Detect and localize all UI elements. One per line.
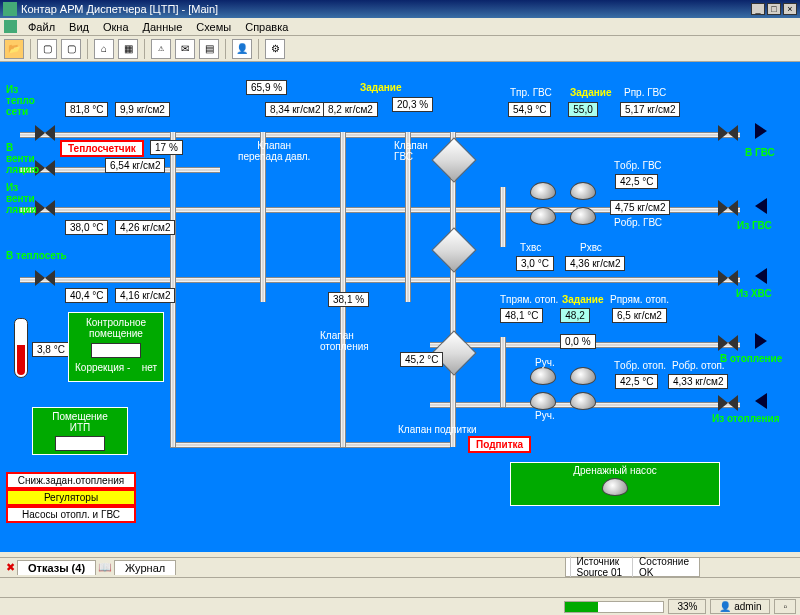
source-status: Источник Source 01 Состояние OK <box>565 557 701 577</box>
label-valve-feed: Клапан подпитки <box>398 424 477 435</box>
value-phvs: 4,36 кг/см2 <box>565 256 625 271</box>
label-to-vent: В венти ляцию <box>6 142 39 175</box>
arrow-right-icon <box>755 123 767 139</box>
value-itp-temp: 28,8 °C <box>55 436 105 451</box>
user-icon: 👤 <box>719 601 731 612</box>
value-dp-pos: 65,9 % <box>246 80 287 95</box>
label-valve-gvs: Клапан ГВС <box>394 140 428 162</box>
label-from-gvs: Из ГВС <box>737 220 772 231</box>
maximize-button[interactable]: □ <box>767 3 781 15</box>
value-p-from-net: 9,9 кг/см2 <box>115 102 170 117</box>
arrow-left-icon <box>755 393 767 409</box>
menu-help[interactable]: Справка <box>239 20 294 34</box>
pump-icon <box>570 207 596 225</box>
value-gvs-pos: 20,3 % <box>392 97 433 112</box>
label-to-heat: В отопление <box>720 353 782 364</box>
pipe <box>20 277 740 283</box>
pumps-button[interactable]: Насосы отопл. и ГВС <box>6 506 136 523</box>
save-icon[interactable]: ▢ <box>61 39 81 59</box>
heat-exchanger-icon <box>431 227 476 272</box>
value-pobr-gvs: 4,75 кг/см2 <box>610 200 670 215</box>
home-icon[interactable]: ⌂ <box>94 39 114 59</box>
setpoint-heat[interactable]: 48,2 <box>560 308 590 323</box>
label-itp: Помещение ИТП <box>33 408 127 433</box>
pump-icon <box>570 392 596 410</box>
valve-icon <box>718 335 738 351</box>
setpoint-gvs[interactable]: 55,0 <box>568 102 598 117</box>
menu-data[interactable]: Данные <box>137 20 189 34</box>
msg-icon[interactable]: ✉ <box>175 39 195 59</box>
label-zad-gvs: Задание <box>570 87 611 98</box>
pump-icon <box>530 392 556 410</box>
value-heat-t: 45,2 °C <box>400 352 443 367</box>
arrow-right-icon <box>755 333 767 349</box>
settings-icon[interactable]: ⚙ <box>265 39 285 59</box>
label-tpr-ot: Tпрям. отоп. <box>500 294 558 305</box>
valve-icon <box>718 125 738 141</box>
app-menu-icon <box>4 20 17 33</box>
drainage-pump-panel: Дренажный насос <box>510 462 720 506</box>
lower-heat-button[interactable]: Сниж.задан.отопления <box>6 472 136 489</box>
heat-meter-button[interactable]: Теплосчетчик <box>60 140 144 157</box>
valve-icon <box>718 200 738 216</box>
label-thvs: Tхвс <box>520 242 541 253</box>
value-p-meter: 6,54 кг/см2 <box>105 158 165 173</box>
menu-file[interactable]: Файл <box>22 20 61 34</box>
minimize-button[interactable]: _ <box>751 3 765 15</box>
value-dp-p2: 8,2 кг/см2 <box>323 102 378 117</box>
value-thvs: 3,0 °C <box>516 256 554 271</box>
label-state: Состояние <box>639 556 689 567</box>
log-bar <box>0 577 800 597</box>
label-zad-ot: Задание <box>562 294 603 305</box>
valve-icon <box>718 270 738 286</box>
label-ruch2: Руч. <box>535 410 555 421</box>
value-dp-p1: 8,34 кг/см2 <box>265 102 325 117</box>
value-t-to-net: 40,4 °C <box>65 288 108 303</box>
value-pct: 0,0 % <box>560 334 596 349</box>
value-ppr-gvs: 5,17 кг/см2 <box>620 102 680 117</box>
value-t-from-vent: 38,0 °C <box>65 220 108 235</box>
pump-icon <box>530 182 556 200</box>
tab-failures[interactable]: Отказы (4) <box>17 560 96 575</box>
status-percent: 33% <box>668 599 706 614</box>
chart-icon[interactable]: ▤ <box>199 39 219 59</box>
pipe <box>340 132 346 447</box>
value-correction: нет <box>142 362 157 373</box>
doc-icon[interactable]: ▢ <box>37 39 57 59</box>
toolbar: 📂 ▢ ▢ ⌂ ▦ ⚠ ✉ ▤ 👤 ⚙ <box>0 36 800 62</box>
label-from-vent: Из венти ляции <box>6 182 37 215</box>
value-tpr-ot: 48,1 °C <box>500 308 543 323</box>
tab-journal[interactable]: Журнал <box>114 560 176 575</box>
pump-icon <box>602 478 628 496</box>
alarm-icon[interactable]: ⚠ <box>151 39 171 59</box>
value-tobr-gvs: 42,5 °C <box>615 174 658 189</box>
value-p-from-vent: 4,26 кг/см2 <box>115 220 175 235</box>
menu-view[interactable]: Вид <box>63 20 95 34</box>
value-outdoor-temp: 3,8 °C <box>32 342 70 357</box>
label-correction: Коррекция - <box>75 362 130 373</box>
users-icon[interactable]: 👤 <box>232 39 252 59</box>
menu-windows[interactable]: Окна <box>97 20 135 34</box>
label-ppr-gvs: Pпр. ГВС <box>624 87 666 98</box>
label-tobr-gvs: Tобр. ГВС <box>614 160 662 171</box>
pipe <box>500 187 506 247</box>
close-button[interactable]: × <box>783 3 797 15</box>
label-valve-dp: Клапан перепада давл. <box>238 140 310 162</box>
label-source: Источник <box>577 556 623 567</box>
value-heat-pos: 38,1 % <box>328 292 369 307</box>
valve-icon <box>718 395 738 411</box>
feed-button[interactable]: Подпитка <box>468 436 531 453</box>
label-tobr-ot: Tобр. отоп. <box>614 360 666 371</box>
status-bar: 33% 👤 admin ▫ <box>0 597 800 615</box>
value-p-to-net: 4,16 кг/см2 <box>115 288 175 303</box>
open-icon[interactable]: 📂 <box>4 39 24 59</box>
label-phvs: Pхвс <box>580 242 602 253</box>
menu-schemes[interactable]: Схемы <box>190 20 237 34</box>
label-from-heat: Из отопления <box>712 413 780 424</box>
label-to-net: В теплосеть <box>6 250 67 261</box>
label-tpr-gvs: Tпр. ГВС <box>510 87 552 98</box>
value-room-temp: 17,2 °C <box>91 343 141 358</box>
db-icon[interactable]: ▦ <box>118 39 138 59</box>
regulators-button[interactable]: Регуляторы <box>6 489 136 506</box>
pump-icon <box>570 367 596 385</box>
